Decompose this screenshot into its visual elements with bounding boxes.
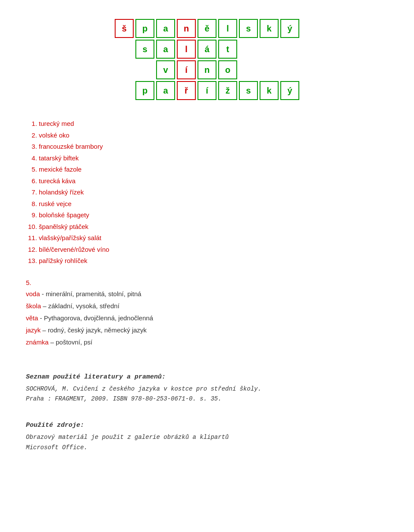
list-item: turecký med xyxy=(39,119,388,129)
crossword-cell xyxy=(280,60,299,79)
bibliography-entry: Praha : FRAGMENT, 2009. ISBN 978-80-253-… xyxy=(26,394,388,404)
crossword-section: španělskýsalátvínopařížský xyxy=(26,17,388,102)
section5-keyword: voda xyxy=(26,290,40,297)
crossword-cell: n xyxy=(177,19,196,38)
list-item: volské oko xyxy=(39,131,388,141)
crossword-cell: o xyxy=(218,60,237,79)
list-item: tatarský biftek xyxy=(39,153,388,163)
crossword-cell: p xyxy=(135,19,154,38)
crossword-cell: á xyxy=(198,40,216,59)
sources-entry-line: Microsoft Office. xyxy=(26,443,388,453)
bibliography: Seznam použité literatury a pramenů: SOC… xyxy=(26,373,388,405)
section5-item: známka – poštovní, psí xyxy=(26,337,388,347)
crossword-cell: š xyxy=(115,19,134,38)
bibliography-entry: SOCHROVÁ, M. Cvičení z českého jazyka v … xyxy=(26,384,388,394)
section5-separator: – xyxy=(41,326,48,334)
list-item: mexické fazole xyxy=(39,165,388,175)
list-item: ruské vejce xyxy=(39,199,388,209)
list-item: pařížský rohlíček xyxy=(39,256,388,266)
list-item: boloňské špagety xyxy=(39,210,388,220)
crossword-cell: í xyxy=(198,81,216,100)
crossword-cell xyxy=(260,40,279,59)
section5-rest: minerální, pramenitá, stolní, pitná xyxy=(46,290,141,297)
crossword-cell xyxy=(115,60,134,79)
crossword-cell: s xyxy=(239,19,258,38)
section5-number: 5. xyxy=(26,279,388,286)
crossword-cell xyxy=(115,40,134,59)
crossword-cell xyxy=(115,81,134,100)
section5-item: věta - Pythagorova, dvojčlenná, jednočle… xyxy=(26,313,388,323)
numbered-list: turecký medvolské okofrancouzské brambor… xyxy=(39,119,388,266)
sources-entry-line: Obrazový materiál je použit z galerie ob… xyxy=(26,432,388,443)
section5-item: jazyk – rodný, český jazyk, německý jazy… xyxy=(26,325,388,335)
crossword-cell: v xyxy=(156,60,175,79)
bibliography-entries: SOCHROVÁ, M. Cvičení z českého jazyka v … xyxy=(26,384,388,405)
section5-item: škola – základní, vysoká, střední xyxy=(26,301,388,311)
crossword-cell: l xyxy=(177,40,196,59)
crossword-cell: í xyxy=(177,60,196,79)
section5-keyword: věta xyxy=(26,314,38,322)
list-item: španělský ptáček xyxy=(39,222,388,232)
crossword-cell: ý xyxy=(280,19,299,38)
section5-keyword: škola xyxy=(26,302,41,310)
crossword-cell: ř xyxy=(177,81,196,100)
crossword-grid: španělskýsalátvínopařížský xyxy=(113,17,301,102)
crossword-cell: ž xyxy=(218,81,237,100)
list-item: turecká káva xyxy=(39,176,388,186)
section5-item: voda - minerální, pramenitá, stolní, pit… xyxy=(26,289,388,299)
crossword-cell xyxy=(260,60,279,79)
sources-entries: Obrazový materiál je použit z galerie ob… xyxy=(26,432,388,453)
crossword-cell: l xyxy=(218,19,237,38)
crossword-cell xyxy=(280,40,299,59)
crossword-cell: s xyxy=(239,81,258,100)
crossword-cell xyxy=(239,60,258,79)
list-item: vlašský/pařížský salát xyxy=(39,233,388,243)
section5-rest: poštovní, psí xyxy=(56,338,92,346)
section5-rest: základní, vysoká, střední xyxy=(48,302,119,310)
section5-separator: - xyxy=(38,314,44,322)
section5: 5. voda - minerální, pramenitá, stolní, … xyxy=(26,279,388,347)
section5-rest: rodný, český jazyk, německý jazyk xyxy=(48,326,147,334)
sources-title: Použité zdroje: xyxy=(26,422,388,429)
section5-separator: – xyxy=(49,338,56,346)
crossword-cell: s xyxy=(135,40,154,59)
crossword-cell: t xyxy=(218,40,237,59)
crossword-cell xyxy=(239,40,258,59)
list-item: francouzské brambory xyxy=(39,142,388,152)
crossword-cell xyxy=(135,60,154,79)
section5-separator: - xyxy=(40,290,46,297)
section5-keyword: jazyk xyxy=(26,326,41,334)
crossword-cell: a xyxy=(156,40,175,59)
section5-keyword: známka xyxy=(26,338,49,346)
sources: Použité zdroje: Obrazový materiál je pou… xyxy=(26,422,388,453)
crossword-cell: a xyxy=(156,81,175,100)
crossword-cell: p xyxy=(135,81,154,100)
crossword-cell: n xyxy=(198,60,216,79)
list-item: bílé/červené/růžové víno xyxy=(39,245,388,255)
crossword-cell: k xyxy=(260,81,279,100)
bibliography-title: Seznam použité literatury a pramenů: xyxy=(26,373,388,381)
list-item: holandský řízek xyxy=(39,188,388,197)
crossword-cell: ý xyxy=(280,81,299,100)
crossword-cell: a xyxy=(156,19,175,38)
section5-rest: Pythagorova, dvojčlenná, jednočlenná xyxy=(44,314,154,322)
crossword-cell: ě xyxy=(198,19,216,38)
crossword-cell: k xyxy=(260,19,279,38)
section5-separator: – xyxy=(41,302,48,310)
